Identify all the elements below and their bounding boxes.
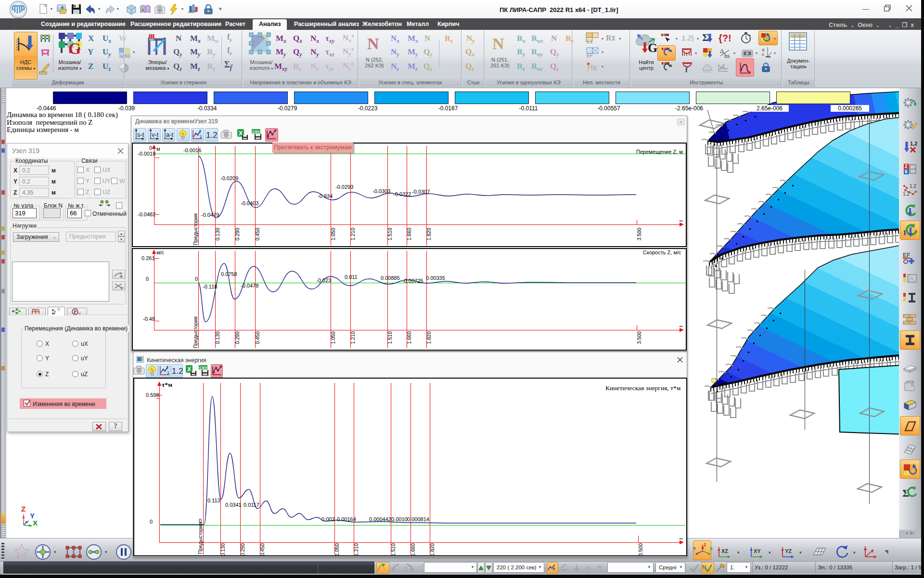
svg-text:t: t xyxy=(678,220,684,222)
svg-text:0: 0 xyxy=(146,276,149,282)
svg-text:2: 2 xyxy=(199,129,201,134)
svg-text:0.000814: 0.000814 xyxy=(407,516,429,522)
svg-text:1.210: 1.210 xyxy=(353,543,359,555)
svg-text:-0.0303: -0.0303 xyxy=(372,188,390,194)
svg-text:EF: EF xyxy=(587,53,593,58)
svg-text:0.0010: 0.0010 xyxy=(391,516,408,522)
svg-text:t: t xyxy=(54,308,56,315)
svg-text:CSV: CSV xyxy=(199,366,207,370)
svg-text:t: t xyxy=(678,538,684,539)
svg-text:Z: Z xyxy=(704,542,706,547)
svg-text:-0.0293: -0.0293 xyxy=(335,184,353,190)
svg-text:-0.00725: -0.00725 xyxy=(402,278,423,284)
svg-text:0.130: 0.130 xyxy=(215,331,220,344)
svg-text:0.0341: 0.0341 xyxy=(225,502,242,508)
svg-text:t: t xyxy=(678,326,684,327)
svg-text:т*м: т*м xyxy=(162,381,172,388)
svg-text:P: P xyxy=(74,309,77,315)
svg-text:0.598: 0.598 xyxy=(146,392,159,398)
svg-text:0.011: 0.011 xyxy=(345,274,358,280)
svg-text:a-t: a-t xyxy=(166,131,174,138)
svg-text:E: E xyxy=(593,65,597,72)
svg-text:0.130: 0.130 xyxy=(220,543,226,555)
svg-text:CSV: CSV xyxy=(252,130,260,134)
svg-text:-0.0307: -0.0307 xyxy=(412,189,430,195)
svg-text:X: X xyxy=(33,519,38,527)
svg-text:a(X): a(X) xyxy=(120,53,130,59)
svg-text:0: 0 xyxy=(150,519,153,525)
svg-text:1.2: 1.2 xyxy=(172,367,183,376)
svg-text:1,2: 1,2 xyxy=(910,141,917,146)
svg-text:-0.0478: -0.0478 xyxy=(241,283,258,289)
svg-text:1.2: 1.2 xyxy=(206,131,218,140)
svg-text:0.290: 0.290 xyxy=(240,543,245,555)
svg-text:0: 0 xyxy=(195,276,198,282)
svg-text:v-t: v-t xyxy=(152,131,159,138)
svg-text:3.500: 3.500 xyxy=(636,228,642,240)
svg-text:XZ: XZ xyxy=(721,548,728,554)
svg-text:0.290: 0.290 xyxy=(234,228,240,240)
svg-text:1: 1 xyxy=(200,134,202,139)
svg-text:1.050: 1.050 xyxy=(330,228,336,240)
svg-text:1.660: 1.660 xyxy=(410,543,416,555)
svg-text:0.0758: 0.0758 xyxy=(221,271,237,277)
svg-text:X: X xyxy=(187,366,191,373)
svg-text:0: 0 xyxy=(149,145,152,151)
svg-text:0.130: 0.130 xyxy=(215,228,220,240)
svg-text:Перемещение Z, м: Перемещение Z, м xyxy=(636,149,683,155)
svg-text:Кинетическая энергия, т*м: Кинетическая энергия, т*м xyxy=(605,384,681,392)
svg-text:Предыстория: Предыстория xyxy=(192,316,198,348)
svg-text:1.510: 1.510 xyxy=(387,331,393,344)
svg-text:Скорость Z, м/с: Скорость Z, м/с xyxy=(643,250,681,255)
svg-text:hs: hs xyxy=(724,52,730,59)
svg-text:-0.0016: -0.0016 xyxy=(183,147,201,153)
svg-text:{?!}: {?!} xyxy=(719,33,732,43)
svg-text:Предыстория: Предыстория xyxy=(192,213,198,245)
svg-text:0.290: 0.290 xyxy=(234,331,240,344)
svg-text:3.500: 3.500 xyxy=(638,543,643,555)
svg-text:0.261: 0.261 xyxy=(141,255,155,261)
svg-text:f: f xyxy=(685,66,688,73)
svg-text:1.2: 1.2 xyxy=(910,184,916,189)
svg-text:0.00885: 0.00885 xyxy=(381,275,400,281)
svg-text:6: 6 xyxy=(905,169,908,174)
svg-text:s-t: s-t xyxy=(137,131,144,138)
svg-text:-0.118: -0.118 xyxy=(203,284,217,289)
svg-text:Σ: Σ xyxy=(702,32,709,43)
svg-text:1.660: 1.660 xyxy=(406,228,412,240)
svg-text:1.820: 1.820 xyxy=(426,228,432,240)
svg-text:0.113: 0.113 xyxy=(207,498,220,503)
svg-text:3.500: 3.500 xyxy=(636,331,642,344)
svg-text:G: G xyxy=(648,41,657,55)
svg-text:1.050: 1.050 xyxy=(330,331,336,344)
svg-text:-0.0403: -0.0403 xyxy=(241,200,258,206)
svg-text:e: e xyxy=(762,52,764,57)
svg-text:0.450: 0.450 xyxy=(259,543,265,555)
svg-text:YZ: YZ xyxy=(785,548,792,554)
svg-text:-0.0209: -0.0209 xyxy=(220,175,238,181)
svg-text:-0.023: -0.023 xyxy=(316,277,331,283)
svg-text:XY: XY xyxy=(754,548,761,554)
svg-text:1.820: 1.820 xyxy=(426,331,432,344)
svg-text:0.0117: 0.0117 xyxy=(244,502,259,508)
svg-text:0.00164: 0.00164 xyxy=(337,516,356,522)
svg-text:E1: E1 xyxy=(587,39,593,44)
svg-text:1.050: 1.050 xyxy=(334,543,340,555)
svg-text:0.450: 0.450 xyxy=(255,228,260,240)
svg-text:Y: Y xyxy=(693,546,696,551)
svg-text:G: G xyxy=(68,39,81,57)
svg-text:Δ: Δ xyxy=(720,47,724,54)
svg-text:Σ: Σ xyxy=(405,567,408,572)
svg-text:1.510: 1.510 xyxy=(390,543,396,555)
svg-text:X: X xyxy=(710,546,713,551)
svg-text:м/с: м/с xyxy=(156,250,165,255)
svg-text:EF: EF xyxy=(903,252,910,259)
svg-text:-0.0479: -0.0479 xyxy=(201,212,219,218)
svg-text:0.000442: 0.000442 xyxy=(369,516,391,522)
svg-text:-0.0322: -0.0322 xyxy=(393,191,411,197)
svg-text:1.820: 1.820 xyxy=(429,543,435,555)
svg-text:φ: φ xyxy=(762,47,765,52)
svg-text:-0.0018: -0.0018 xyxy=(138,151,155,157)
svg-text:-0.48: -0.48 xyxy=(143,316,155,322)
svg-text:1.660: 1.660 xyxy=(406,331,412,344)
